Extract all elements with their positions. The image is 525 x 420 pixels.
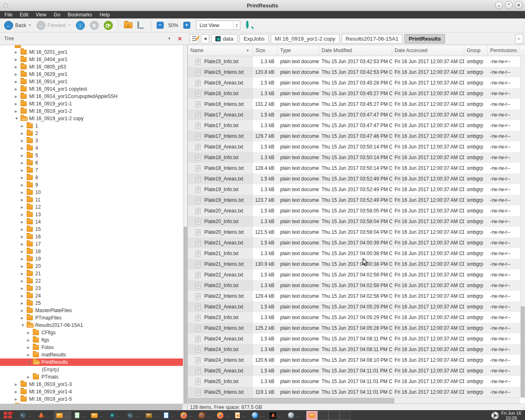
taskbar-item[interactable]: ... bbox=[54, 411, 71, 420]
expand-arrow-icon[interactable]: ▶ bbox=[21, 250, 27, 253]
expand-arrow-icon[interactable]: ▶ bbox=[15, 95, 21, 98]
taskbar-item[interactable]: ... bbox=[233, 411, 249, 420]
taskbar-item[interactable]: >_... bbox=[124, 411, 142, 420]
zoom-in-button[interactable]: + bbox=[182, 21, 192, 30]
tree-item-results2017-06-15a1[interactable]: ▼Results2017-06-15A1 bbox=[0, 322, 183, 329]
table-row[interactable]: Plate20_Info.txt1.3 kBplain text documen… bbox=[188, 216, 520, 227]
tree-item-12[interactable]: ▶12 bbox=[0, 203, 183, 211]
expand-arrow-icon[interactable]: ▶ bbox=[27, 338, 33, 342]
tree-item-matresults[interactable]: ▶matResults bbox=[0, 351, 183, 358]
expand-arrow-icon[interactable]: ▶ bbox=[15, 102, 21, 106]
workspace-4[interactable] bbox=[340, 411, 351, 420]
tree-item-mi-16-0919-yor1-2[interactable]: ▶MI 16_0919_yor1-2 bbox=[0, 107, 183, 115]
tree-item-24[interactable]: ▶24 bbox=[0, 292, 183, 299]
tree-horizontal-scrollbar-thumb[interactable] bbox=[0, 404, 182, 410]
breadcrumb-printresults[interactable]: PrintResults bbox=[404, 34, 445, 43]
workspace-3[interactable] bbox=[329, 411, 340, 420]
tree-item-9[interactable]: ▶9 bbox=[0, 181, 183, 189]
menu-item-help[interactable]: Help bbox=[96, 11, 114, 18]
table-row[interactable]: Plate15_Info.txt1.3 kBplain text documen… bbox=[188, 56, 520, 67]
tree-item-13[interactable]: ▶13 bbox=[0, 211, 183, 218]
search-button[interactable] bbox=[246, 22, 253, 29]
expand-arrow-icon[interactable]: ▶ bbox=[15, 73, 21, 76]
expand-arrow-icon[interactable]: ▶ bbox=[15, 65, 21, 69]
breadcrumb-data[interactable]: data bbox=[211, 34, 237, 43]
collapse-arrow-icon[interactable]: ▼ bbox=[15, 116, 21, 121]
expand-arrow-icon[interactable]: ▶ bbox=[21, 146, 27, 150]
column-header-type[interactable]: Type bbox=[278, 45, 319, 56]
forward-history-dropdown-icon[interactable]: ▼ bbox=[68, 23, 71, 27]
tree-item-mi-16-0805-p53[interactable]: ▶MI 16_0805_p53 bbox=[0, 63, 183, 71]
expand-arrow-icon[interactable]: ▶ bbox=[21, 139, 27, 143]
expand-arrow-icon[interactable]: ▶ bbox=[21, 279, 27, 283]
table-row[interactable]: Plate21_Areas.txt1.5 kBplain text docume… bbox=[188, 237, 520, 248]
tree-item-ptmapfiles[interactable]: ▶PTmapFiles bbox=[0, 314, 183, 322]
expand-arrow-icon[interactable]: ▶ bbox=[27, 346, 33, 349]
tree-item-15[interactable]: ▶15 bbox=[0, 226, 183, 233]
menu-item-edit[interactable]: Edit bbox=[16, 11, 32, 18]
breadcrumb-mi-16-0919-yor1-2-copy[interactable]: MI 16_0919_yor1-2 copy bbox=[271, 34, 339, 43]
tree-item-20[interactable]: ▶20 bbox=[0, 262, 183, 270]
scroll-path-right-button[interactable]: ▶ bbox=[515, 34, 523, 43]
table-row[interactable]: Plate21_Intens.txt130.9 kBplain text doc… bbox=[188, 259, 520, 269]
expand-arrow-icon[interactable]: ▶ bbox=[21, 242, 27, 246]
sidebar-mode-label[interactable]: Tree bbox=[4, 36, 14, 41]
tree-item-mi-16-0919-yor1-4[interactable]: ▶MI 16_0919_yor1-4 bbox=[0, 388, 183, 395]
tree-item-21[interactable]: ▶21 bbox=[0, 270, 183, 277]
taskbar-item[interactable]: ... bbox=[285, 411, 303, 420]
sidebar-mode-dropdown-icon[interactable]: ▼ bbox=[167, 37, 171, 41]
expand-arrow-icon[interactable]: ▶ bbox=[15, 390, 21, 394]
column-header-date-modified[interactable]: Date Modified bbox=[319, 45, 392, 56]
up-button[interactable]: ↑ bbox=[74, 20, 87, 31]
tree-item-mi-16-0404-yor1[interactable]: ▶MI 16_0404_yor1 bbox=[0, 56, 183, 63]
tree-item-mi-16-0829-yor1[interactable]: ▶MI 16_0829_yor1 bbox=[0, 71, 183, 78]
taskbar-item[interactable]: ... bbox=[249, 411, 267, 420]
zoom-out-button[interactable]: − bbox=[155, 21, 165, 30]
table-row[interactable]: Plate16_Info.txt1.3 kBplain text documen… bbox=[188, 88, 520, 99]
home-button[interactable]: ⌂ bbox=[122, 21, 134, 29]
tree-horizontal-scrollbar[interactable] bbox=[0, 404, 188, 410]
tree-item-mi-16-0914-yor1[interactable]: ▶MI 16_0914_yor1 bbox=[0, 78, 183, 85]
taskbar-item[interactable]: ... bbox=[178, 411, 196, 420]
expand-arrow-icon[interactable]: ▶ bbox=[21, 132, 27, 135]
table-row[interactable]: Plate19_Intens.txt123.7 kBplain text doc… bbox=[188, 195, 520, 205]
menu-item-go[interactable]: Go bbox=[50, 11, 64, 18]
column-header-name[interactable]: Name▼ bbox=[188, 45, 253, 56]
table-row[interactable]: Plate22_Areas.txt1.5 kBplain text docume… bbox=[188, 269, 520, 280]
expand-arrow-icon[interactable]: ▶ bbox=[27, 331, 33, 335]
table-row[interactable]: Plate22_Intens.txt129.4 kBplain text doc… bbox=[188, 291, 520, 301]
breadcrumb-expjobs[interactable]: ExpJobs bbox=[240, 34, 269, 43]
table-row[interactable]: Plate19_Areas.txt1.5 kBplain text docume… bbox=[188, 173, 520, 184]
table-row[interactable]: Plate25_Intens.txt119.1 kBplain text doc… bbox=[188, 387, 520, 397]
expand-arrow-icon[interactable]: ▶ bbox=[21, 228, 27, 231]
expand-arrow-icon[interactable]: ▶ bbox=[21, 301, 27, 305]
table-row[interactable]: Plate24_Areas.txt1.5 kBplain text docume… bbox=[188, 333, 520, 344]
resize-grip-icon[interactable] bbox=[523, 408, 524, 409]
table-row[interactable]: Plate17_Info.txt1.3 kBplain text documen… bbox=[188, 120, 520, 131]
column-header-group[interactable]: Group bbox=[464, 45, 488, 56]
table-row[interactable]: Plate19_Info.txt1.3 kBplain text documen… bbox=[188, 184, 520, 195]
collapse-arrow-icon[interactable]: ▼ bbox=[21, 323, 27, 327]
tree-item-11[interactable]: ▶11 bbox=[0, 196, 183, 203]
workspace-1[interactable] bbox=[306, 411, 317, 420]
table-row[interactable]: Plate23_Areas.txt1.5 kBplain text docume… bbox=[188, 301, 520, 312]
expand-arrow-icon[interactable]: ▶ bbox=[15, 110, 21, 113]
table-row[interactable]: Plate24_Info.txt1.3 kBplain text documen… bbox=[188, 344, 520, 355]
expand-arrow-icon[interactable]: ▶ bbox=[21, 154, 27, 158]
expand-arrow-icon[interactable]: ▶ bbox=[21, 191, 27, 194]
table-row[interactable]: Plate25_Info.txt1.3 kBplain text documen… bbox=[188, 376, 520, 387]
collapse-arrow-icon[interactable]: ▼ bbox=[27, 360, 33, 364]
expand-arrow-icon[interactable]: ▶ bbox=[15, 397, 21, 401]
stop-button[interactable]: ✕ bbox=[88, 20, 100, 31]
tree-item-16[interactable]: ▶16 bbox=[0, 233, 183, 240]
expand-arrow-icon[interactable]: ▶ bbox=[21, 205, 27, 209]
expand-arrow-icon[interactable]: ▶ bbox=[21, 183, 27, 187]
taskbar-item[interactable]: ... bbox=[36, 411, 53, 420]
tree-item-ptmats[interactable]: ▶PTmats bbox=[0, 373, 183, 381]
tree-item-17[interactable]: ▶17 bbox=[0, 240, 183, 248]
expand-arrow-icon[interactable]: ▶ bbox=[21, 220, 27, 224]
tree-item-mi-16-0201-yor1[interactable]: ▶MI 16_0201_yor1 bbox=[0, 48, 183, 56]
tree-item-25[interactable]: ▶25 bbox=[0, 299, 183, 307]
expand-arrow-icon[interactable]: ▶ bbox=[27, 353, 33, 357]
tree-item-mi-16-0919-yor1-1[interactable]: ▶MI 16_0919_yor1-1 bbox=[0, 100, 183, 107]
